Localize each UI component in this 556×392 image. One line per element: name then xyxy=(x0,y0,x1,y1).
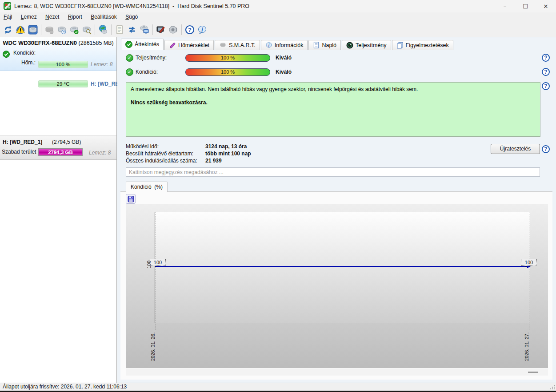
help-button[interactable]: ? xyxy=(184,24,196,36)
health-status-text: A merevlemez állapota hibátlan. Nem talá… xyxy=(131,86,536,93)
retest-button[interactable]: Újratesztelés xyxy=(491,144,540,154)
svg-text:?: ? xyxy=(188,26,192,33)
menu-report[interactable]: Riport xyxy=(64,12,86,21)
report-button[interactable] xyxy=(113,24,126,36)
stat-row: Összes indulás/leállás száma: 21 939 xyxy=(126,157,481,164)
free-space-bar: 2794,3 GB xyxy=(38,148,83,156)
remote-disk-icon xyxy=(140,25,149,35)
tab-overview[interactable]: Áttekintés xyxy=(121,39,164,50)
refresh-button[interactable] xyxy=(2,24,14,36)
lifetime-label: Becsült hátralévő élettartam: xyxy=(126,150,193,157)
app-window: Lemez: 8, WDC WD30EFRX-68EUZN0 [WD-WMC4N… xyxy=(0,0,556,392)
performance-bar: 100 % xyxy=(185,54,270,62)
menu-bar: Fájl Lemez Nézet Riport Beállítások Súgó xyxy=(0,12,556,22)
toolbar-separator xyxy=(111,24,112,35)
chart-tab-condition[interactable]: Kondíció (%) xyxy=(126,182,168,192)
help-icon: ? xyxy=(185,25,195,35)
tab-strip: Áttekintés Hőmérséklet S.M.A.R.T. i Info… xyxy=(121,39,453,50)
status-bar: Állapot utoljára frissítve: 2026. 01. 27… xyxy=(0,383,556,391)
sound-button[interactable] xyxy=(167,24,180,36)
partition-list-item[interactable]: H: [WD_RED_1] (2794,5 GB) Szabad terület… xyxy=(0,136,116,160)
close-button[interactable]: ✕ xyxy=(536,0,556,12)
toolbar: ? i xyxy=(0,22,556,37)
disk-view-button[interactable] xyxy=(27,24,39,36)
power-on-time-value: 3124 nap, 13 óra xyxy=(205,143,247,150)
mail-sync-icon xyxy=(127,25,137,35)
status-text: Állapot utoljára frissítve: 2026. 01. 27… xyxy=(3,383,127,391)
chart-xdate-right: 2026. 01. 27. xyxy=(524,325,529,361)
chart-point-label-left: 100 xyxy=(150,259,166,266)
health-help-icon[interactable]: ? xyxy=(542,82,550,90)
disk-list-item[interactable]: WDC WD30EFRX-68EUZN0 (2861585 MB) Kondíc… xyxy=(0,37,116,71)
disk-search-icon xyxy=(82,25,92,35)
gauge-icon xyxy=(346,42,353,49)
disk-warning-button[interactable] xyxy=(14,24,27,36)
disk-title: WDC WD30EFRX-68EUZN0 (2861585 MB) xyxy=(0,40,116,46)
network-globe-button[interactable] xyxy=(97,24,109,36)
condition-row: ✓ Kondíció: 100 % Kiváló xyxy=(126,68,292,76)
tab-temperature[interactable]: Hőmérséklet xyxy=(164,40,214,50)
condition-help-icon[interactable]: ? xyxy=(542,68,550,76)
maximize-button[interactable]: ☐ xyxy=(515,0,536,12)
health-action-text: Nincs szükség beavatkozásra. xyxy=(131,99,536,106)
tab-log[interactable]: Napló xyxy=(308,40,341,50)
chart-scrollbar[interactable] xyxy=(126,368,548,376)
chart-gridline-right xyxy=(529,212,529,330)
disk-ok-icon xyxy=(69,25,79,35)
tab-label: S.M.A.R.T. xyxy=(229,42,256,48)
info-button[interactable]: i xyxy=(196,24,208,36)
performance-rating: Kiváló xyxy=(276,55,292,61)
title-bar: Lemez: 8, WDC WD30EFRX-68EUZN0 [WD-WMC4N… xyxy=(0,0,556,12)
sound-icon xyxy=(168,25,178,35)
health-status-box: A merevlemez állapota hibátlan. Nem talá… xyxy=(126,82,540,137)
mail-sync-button[interactable] xyxy=(126,24,138,36)
retest-help-icon[interactable]: ? xyxy=(542,145,550,153)
minimize-button[interactable]: – xyxy=(495,0,515,12)
menu-view[interactable]: Nézet xyxy=(42,12,63,21)
document-icon xyxy=(313,42,320,48)
check-icon xyxy=(125,41,132,48)
app-logo-icon xyxy=(4,2,11,10)
save-chart-button[interactable] xyxy=(126,194,136,204)
tab-alerts[interactable]: Figyelmeztetések xyxy=(392,40,453,50)
stat-row: Becsült hátralévő élettartam: több mint … xyxy=(126,150,481,157)
tab-performance[interactable]: Teljesítmény xyxy=(342,40,391,50)
chart-point-label-right: 100 xyxy=(521,259,537,266)
disk-ok-button[interactable] xyxy=(68,24,80,36)
menu-help[interactable]: Súgó xyxy=(122,12,141,21)
partition-disk-ref: Lemez: 8 xyxy=(89,149,111,157)
start-stop-label: Összes indulás/leállás száma: xyxy=(126,158,197,164)
save-icon xyxy=(128,196,134,202)
tab-smart[interactable]: S.M.A.R.T. xyxy=(215,40,260,50)
refresh-icon xyxy=(3,25,13,35)
temperature-bar: 29 °C xyxy=(38,80,88,87)
disk-search-button[interactable] xyxy=(80,24,93,36)
surface-test-icon xyxy=(156,25,166,35)
tab-label: Figyelmeztetések xyxy=(406,42,449,48)
remote-disk-button[interactable] xyxy=(138,24,151,36)
disk-list: WDC WD30EFRX-68EUZN0 (2861585 MB) Kondíc… xyxy=(0,37,116,135)
condition-bar: 100 % xyxy=(185,68,270,76)
menu-settings[interactable]: Beállítások xyxy=(87,12,120,21)
disk-disabled-icon xyxy=(44,25,54,35)
disk-disabled-button[interactable] xyxy=(43,24,56,36)
disk-size: (2861585 MB) xyxy=(79,40,114,46)
tab-information[interactable]: i Információk xyxy=(261,40,308,50)
chart-plot-area xyxy=(155,212,530,323)
disk-clock-button[interactable] xyxy=(56,24,68,36)
partition-name: H: [WD_RED_1] xyxy=(3,139,42,145)
report-icon xyxy=(115,25,124,35)
performance-help-icon[interactable]: ? xyxy=(542,54,550,62)
menu-disk[interactable]: Lemez xyxy=(17,12,40,21)
condition-rating: Kiváló xyxy=(276,69,292,75)
tab-label: Információk xyxy=(275,42,304,48)
chart-scrollbar-handle[interactable] xyxy=(528,372,538,373)
resize-grip[interactable] xyxy=(550,385,555,389)
tab-label: Áttekintés xyxy=(135,41,159,48)
disk-name: WDC WD30EFRX-68EUZN0 xyxy=(3,40,77,46)
surface-test-button[interactable] xyxy=(155,24,167,36)
comment-input[interactable] xyxy=(126,167,540,177)
power-on-time-label: Működési idő: xyxy=(126,143,159,150)
pages-icon xyxy=(396,42,404,49)
menu-file[interactable]: Fájl xyxy=(0,12,16,21)
